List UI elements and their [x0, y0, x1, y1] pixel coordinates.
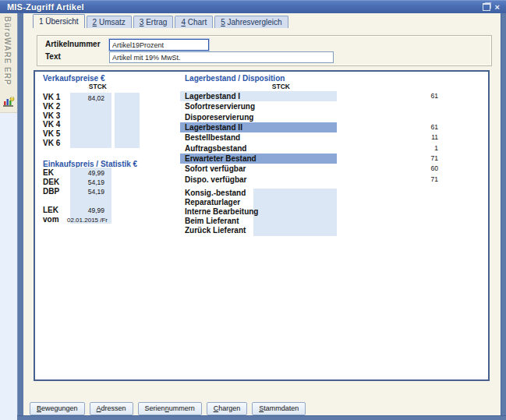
row-label: EK [43, 168, 54, 178]
window-controls: × [483, 3, 500, 11]
tab-strip: 1 Übersicht 2 Umsatz 3 Ertrag 4 Chart 5 … [33, 15, 290, 28]
table-row: Lagerbestand I61 [180, 91, 337, 101]
table-row: Erwarteter Bestand71 [180, 154, 337, 164]
table-row: Sofort verfügbar60 [180, 164, 337, 174]
row-label: VK 6 [43, 139, 60, 148]
article-header-group: Artikelnummer Text [37, 35, 492, 66]
tab-uebersicht[interactable]: 1 Übersicht [33, 14, 85, 28]
lager-title: Lagerbestand / Disposition [185, 74, 285, 83]
verkaufspreise-title: Verkaufspreise € [43, 74, 105, 83]
row-value: 54,19 [67, 178, 104, 187]
sidebar-toolbar: BüroWARE ERP [0, 13, 17, 113]
row-label: VK 4 [43, 120, 60, 129]
row-label: VK 1 [43, 93, 60, 102]
artikelnummer-label: Artikelnummer [45, 40, 101, 48]
close-icon[interactable]: × [495, 3, 500, 11]
row-value: 49,99 [67, 168, 104, 178]
artikelnummer-input[interactable] [109, 39, 209, 51]
overview-panel: Verkaufspreise € STCK VK 1 VK 2 VK 3 VK … [34, 70, 490, 381]
row-label: DEK [43, 178, 59, 187]
table-row: Auftragsbestand1 [180, 143, 337, 154]
table-row: Dispo. verfügbar71 [180, 175, 337, 185]
row-label: Reparaturlager [185, 198, 240, 207]
stammdaten-button[interactable]: Stammdaten [252, 402, 306, 415]
row-value: 54,19 [67, 187, 104, 196]
restore-icon[interactable] [483, 3, 490, 11]
title-bar: MIS-Zugriff Artikel × [0, 0, 506, 13]
tab-ertrag[interactable]: 3 Ertrag [133, 16, 174, 28]
bottom-button-bar: Bewegungen Adressen Seriennummern Charge… [30, 402, 306, 415]
row-label: Konsig.-bestand [185, 189, 246, 198]
window-title: MIS-Zugriff Artikel [7, 1, 84, 13]
row-value: 49,99 [67, 206, 104, 215]
tab-umsatz[interactable]: 2 Umsatz [87, 16, 132, 28]
row-label: DBP [43, 187, 59, 196]
row-label: VK 5 [43, 129, 60, 139]
row-label: Interne Bearbeitung [185, 207, 258, 217]
konsignation-value-box [253, 189, 337, 236]
vk-value-box-2 [115, 93, 140, 148]
seriennummern-button[interactable]: Seriennummern [138, 402, 202, 415]
row-label: vom [43, 215, 59, 224]
table-row: Disporeservierung [180, 112, 337, 122]
table-row: Lagerbestand II61 [180, 122, 337, 132]
frame-bottom-border [17, 415, 506, 420]
row-label: VK 2 [43, 102, 60, 111]
chart-toolbar-icon[interactable] [2, 94, 16, 108]
adressen-button[interactable]: Adressen [90, 402, 133, 415]
text-label: Text [45, 52, 61, 61]
row-value: 02.01.2015 /Fr [67, 216, 104, 225]
lager-col-header: STCK [252, 83, 290, 90]
tab-chart[interactable]: 4 Chart [175, 16, 213, 28]
bewegungen-button[interactable]: Bewegungen [30, 402, 85, 415]
row-label: Beim Lieferant [185, 217, 239, 226]
text-input[interactable] [109, 51, 334, 63]
frame-right-border [501, 13, 506, 420]
tab-jahresvergleich[interactable]: 5 Jahresvergleich [214, 16, 288, 28]
table-row: Bestellbestand11 [180, 132, 337, 143]
row-value: 84,02 [70, 94, 104, 103]
main-content: 1 Übersicht 2 Umsatz 3 Ertrag 4 Chart 5 … [23, 13, 501, 415]
table-row: Sofortreservierung [180, 101, 337, 111]
brand-label: BüroWARE ERP [3, 16, 12, 86]
chargen-button[interactable]: Chargen [207, 402, 248, 415]
row-label: LEK [43, 206, 58, 215]
app-window: MIS-Zugriff Artikel × BüroWARE ERP 1 Übe… [0, 0, 506, 420]
row-label: Zurück Lieferant [185, 226, 246, 235]
verkaufspreise-col-header: STCK [70, 83, 107, 90]
frame-left-border [17, 13, 23, 420]
